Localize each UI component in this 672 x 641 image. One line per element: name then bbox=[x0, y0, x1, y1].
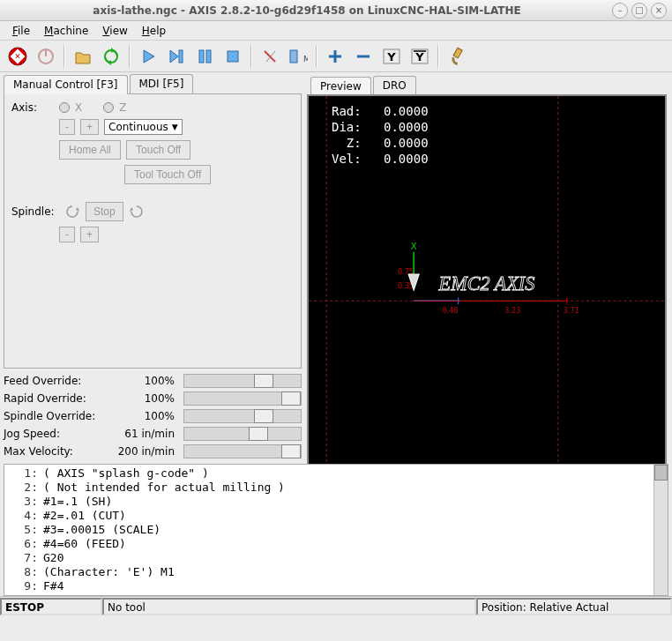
minimize-icon[interactable]: – bbox=[612, 3, 628, 19]
menubar: File Machine View Help bbox=[0, 21, 672, 41]
maximize-icon[interactable]: □ bbox=[631, 3, 647, 19]
svg-text:EMC2 AXIS: EMC2 AXIS bbox=[438, 272, 535, 294]
feed-override-label: Feed Override: bbox=[4, 375, 109, 387]
right-panel: Preview DRO Rad: 0.0000 Dia: 0.0000 Z: 0… bbox=[305, 72, 672, 464]
status-tool: No tool bbox=[102, 598, 476, 615]
tab-mdi[interactable]: MDI [F5] bbox=[130, 74, 194, 93]
preview-canvas[interactable]: Rad: 0.0000 Dia: 0.0000 Z: 0.0000 Vel: 0… bbox=[307, 94, 667, 466]
reload-button[interactable] bbox=[99, 44, 123, 69]
svg-rect-7 bbox=[206, 50, 211, 63]
max-velocity-value: 200 in/min bbox=[74, 445, 183, 458]
svg-text:3.71: 3.71 bbox=[564, 307, 579, 315]
titlebar: axis-lathe.ngc - AXIS 2.8.2-10-g6d29f145… bbox=[0, 0, 672, 21]
menu-file[interactable]: File bbox=[5, 23, 37, 39]
spindle-ccw-icon[interactable] bbox=[64, 204, 80, 220]
spindle-override-value: 100% bbox=[109, 410, 183, 422]
svg-text:3.23: 3.23 bbox=[504, 307, 520, 315]
status-estop: ESTOP bbox=[0, 598, 102, 615]
zoom-in-button[interactable] bbox=[323, 44, 347, 69]
left-panel: Manual Control [F3] MDI [F5] Axis: X Z -… bbox=[0, 72, 305, 464]
rapid-override-slider[interactable] bbox=[183, 391, 302, 406]
gcode-listing[interactable]: 1:( AXIS "splash g-code" ) 2:( Not inten… bbox=[4, 464, 668, 596]
spindle-cw-icon[interactable] bbox=[129, 204, 145, 220]
power-button[interactable] bbox=[34, 44, 58, 69]
overrides-panel: Feed Override: 100% Rapid Override: 100%… bbox=[4, 372, 302, 460]
toolbar-separator bbox=[316, 45, 317, 68]
tab-preview[interactable]: Preview bbox=[310, 77, 371, 95]
svg-rect-21 bbox=[453, 48, 462, 58]
svg-text:✕: ✕ bbox=[14, 52, 21, 61]
gcode-scrollbar[interactable] bbox=[653, 465, 668, 595]
max-velocity-slider[interactable] bbox=[183, 444, 302, 458]
spindle-stop-button[interactable]: Stop bbox=[86, 202, 123, 221]
skip-lines-button[interactable] bbox=[258, 44, 282, 69]
zoom-out-button[interactable] bbox=[351, 44, 376, 69]
spindle-plus-button[interactable]: + bbox=[80, 227, 99, 242]
menu-view[interactable]: View bbox=[95, 23, 134, 39]
svg-text:M1: M1 bbox=[303, 55, 308, 63]
main-area: Manual Control [F3] MDI [F5] Axis: X Z -… bbox=[0, 72, 672, 464]
window-title: axis-lathe.ngc - AXIS 2.8.2-10-g6d29f145… bbox=[5, 4, 609, 17]
menu-machine[interactable]: Machine bbox=[37, 23, 95, 39]
axis-label: Axis: bbox=[11, 101, 54, 114]
axis-x-label: X bbox=[75, 101, 82, 114]
axis-z-radio[interactable] bbox=[103, 102, 114, 113]
rapid-override-value: 100% bbox=[109, 392, 183, 405]
view-y-button[interactable]: Y bbox=[379, 44, 404, 69]
axis-x-radio[interactable] bbox=[59, 102, 70, 113]
view-y2-button[interactable]: Y bbox=[407, 44, 432, 69]
toolbar: ✕ M1 Y Y bbox=[0, 41, 672, 72]
jog-plus-button[interactable]: + bbox=[80, 119, 99, 135]
stop-button[interactable] bbox=[220, 44, 245, 69]
chevron-down-icon: ▼ bbox=[172, 123, 178, 131]
close-icon[interactable]: × bbox=[651, 3, 667, 19]
toolbar-separator bbox=[63, 45, 65, 68]
tab-manual-control[interactable]: Manual Control [F3] bbox=[4, 75, 128, 94]
max-velocity-label: Max Velocity: bbox=[4, 445, 74, 458]
svg-text:0.48: 0.48 bbox=[443, 307, 459, 315]
jog-speed-slider[interactable] bbox=[183, 427, 302, 441]
home-all-button[interactable]: Home All bbox=[59, 140, 121, 160]
spindle-minus-button[interactable]: - bbox=[59, 227, 75, 242]
gcode-lines: 1:( AXIS "splash g-code" ) 2:( Not inten… bbox=[4, 465, 668, 595]
svg-rect-5 bbox=[179, 50, 183, 63]
jog-speed-label: Jog Speed: bbox=[4, 428, 74, 440]
svg-rect-11 bbox=[290, 50, 297, 63]
jog-increment-select[interactable]: Continuous ▼ bbox=[104, 119, 183, 135]
svg-rect-6 bbox=[199, 50, 204, 63]
right-tabs: Preview DRO bbox=[310, 76, 663, 94]
open-button[interactable] bbox=[71, 44, 95, 69]
toolbar-separator bbox=[437, 45, 439, 68]
estop-button[interactable]: ✕ bbox=[5, 44, 30, 69]
rapid-override-label: Rapid Override: bbox=[4, 392, 109, 405]
run-button[interactable] bbox=[136, 44, 161, 69]
touch-off-button[interactable]: Touch Off bbox=[126, 140, 190, 160]
tool-touch-off-button[interactable]: Tool Touch Off bbox=[124, 165, 211, 184]
axis-z-label: Z bbox=[119, 101, 126, 114]
svg-text:Y: Y bbox=[386, 50, 396, 63]
spindle-override-label: Spindle Override: bbox=[4, 410, 109, 422]
status-position: Position: Relative Actual bbox=[476, 598, 672, 615]
statusbar: ESTOP No tool Position: Relative Actual bbox=[0, 596, 672, 615]
manual-panel: Axis: X Z - + Continuous ▼ Home All Touc… bbox=[4, 93, 302, 369]
spindle-label: Spindle: bbox=[11, 205, 59, 218]
feed-override-slider[interactable] bbox=[183, 374, 302, 388]
spindle-override-slider[interactable] bbox=[183, 409, 302, 423]
svg-text:Y: Y bbox=[414, 50, 424, 63]
tab-dro[interactable]: DRO bbox=[373, 76, 416, 94]
toolbar-separator bbox=[250, 45, 252, 68]
feed-override-value: 100% bbox=[109, 375, 183, 387]
jog-minus-button[interactable]: - bbox=[59, 119, 75, 135]
jog-speed-value: 61 in/min bbox=[74, 428, 183, 440]
jog-increment-value: Continuous bbox=[108, 121, 168, 133]
clear-plot-button[interactable] bbox=[444, 44, 469, 69]
left-tabs: Manual Control [F3] MDI [F5] bbox=[4, 74, 302, 93]
pause-button[interactable] bbox=[192, 44, 217, 69]
step-button[interactable] bbox=[164, 44, 189, 69]
toolbar-separator bbox=[129, 45, 131, 68]
menu-help[interactable]: Help bbox=[135, 23, 173, 39]
optional-stop-button[interactable]: M1 bbox=[286, 44, 310, 69]
svg-rect-8 bbox=[228, 51, 238, 62]
svg-text:X: X bbox=[411, 242, 417, 251]
dro-readout: Rad: 0.0000 Dia: 0.0000 Z: 0.0000 Vel: 0… bbox=[332, 103, 429, 167]
